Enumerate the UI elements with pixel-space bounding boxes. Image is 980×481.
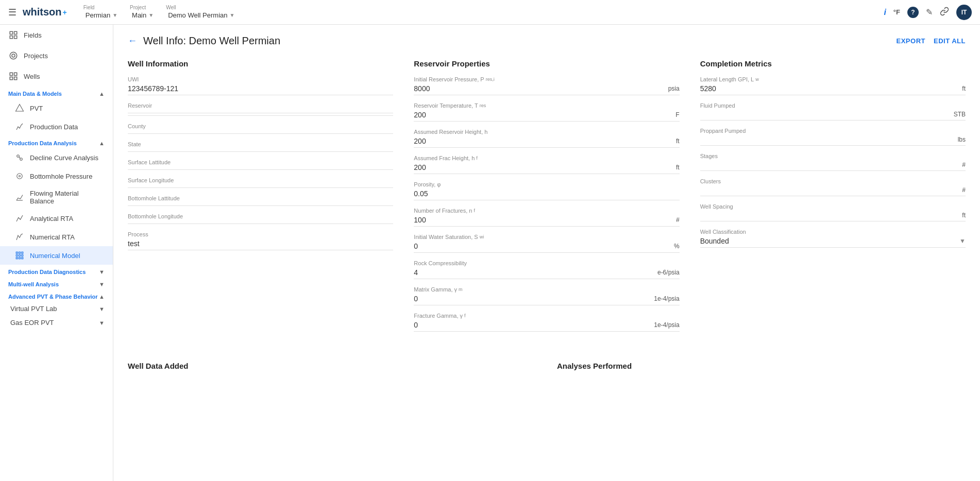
well-selector: Well Demo Well Permian ▼ xyxy=(166,5,236,20)
avatar[interactable]: IT xyxy=(956,5,972,20)
field-fluid-pumped: Fluid Pumped STB xyxy=(700,102,966,121)
temperature-icon[interactable]: °F xyxy=(893,8,900,16)
sidebar-label-analytical-rta: Analytical RTA xyxy=(30,215,73,222)
svg-rect-9 xyxy=(10,77,12,80)
field-fracture-gamma: Fracture Gamma, γf 0 1e-4/psia xyxy=(414,313,679,332)
field-process: Process test xyxy=(128,231,393,250)
projects-icon xyxy=(8,50,19,61)
field-number-fractures: Number of Fractures, nf 100 # xyxy=(414,208,679,227)
sidebar-item-numerical-model[interactable]: Numerical Model xyxy=(0,246,113,265)
bottomhole-icon xyxy=(14,171,25,181)
help-icon[interactable]: ? xyxy=(907,7,919,18)
numerical-rta-icon xyxy=(14,232,25,242)
production-data-icon xyxy=(14,122,25,132)
sidebar-label-gas-eor-pvt: Gas EOR PVT xyxy=(10,319,54,327)
sidebar-item-wells[interactable]: Wells xyxy=(0,66,113,87)
section-multi-well-analysis[interactable]: Multi-well Analysis ▼ xyxy=(0,277,113,289)
svg-point-14 xyxy=(17,174,23,179)
virtual-pvt-lab-arrow: ▼ xyxy=(99,306,105,312)
decline-curve-icon xyxy=(14,152,25,163)
sidebar-label-numerical-rta: Numerical RTA xyxy=(30,233,75,241)
field-surface-lattitude: Surface Lattitude xyxy=(128,159,393,170)
sidebar-label-pvt: PVT xyxy=(30,105,43,112)
sidebar-label-bottomhole: Bottomhole Pressure xyxy=(30,173,92,180)
sidebar-label-decline-curve: Decline Curve Analysis xyxy=(30,154,98,162)
sidebar-item-numerical-rta[interactable]: Numerical RTA xyxy=(0,228,113,246)
well-data-added-title: Well Data Added xyxy=(128,362,536,370)
svg-rect-17 xyxy=(16,252,18,253)
sidebar-item-decline-curve-analysis[interactable]: Decline Curve Analysis xyxy=(0,148,113,167)
project-dropdown[interactable]: Main ▼ xyxy=(130,10,156,20)
svg-rect-2 xyxy=(14,36,17,39)
field-well-classification: Well Classification Bounded ▼ xyxy=(700,229,966,248)
sidebar-item-bottomhole-pressure[interactable]: Bottomhole Pressure xyxy=(0,167,113,185)
sidebar: Fields Projects Wells Main Data & Models… xyxy=(0,25,113,481)
field-rock-compressibility: Rock Compressibility 4 e-6/psia xyxy=(414,260,679,279)
fmb-icon xyxy=(14,192,25,202)
field-bottomhole-longitude: Bottomhole Longitude xyxy=(128,213,393,224)
well-classification-select[interactable]: Bounded ▼ xyxy=(700,237,966,248)
section-advanced-pvt[interactable]: Advanced PVT & Phase Behavior ▲ xyxy=(0,289,113,302)
field-dropdown-arrow: ▼ xyxy=(112,12,117,18)
svg-rect-18 xyxy=(19,252,21,253)
section-production-data-analysis[interactable]: Production Data Analysis ▲ xyxy=(0,136,113,148)
svg-rect-21 xyxy=(19,255,21,256)
svg-rect-19 xyxy=(22,252,23,253)
field-well-spacing: Well Spacing ft xyxy=(700,203,966,221)
well-dropdown[interactable]: Demo Well Permian ▼ xyxy=(166,10,236,20)
sidebar-item-label-wells: Wells xyxy=(24,73,40,80)
sidebar-item-virtual-pvt-lab[interactable]: Virtual PVT Lab ▼ xyxy=(0,302,113,316)
svg-rect-7 xyxy=(14,73,17,75)
field-state: State xyxy=(128,141,393,152)
analytical-rta-icon xyxy=(14,213,25,224)
main-layout: Fields Projects Wells Main Data & Models… xyxy=(0,25,980,481)
edit-icon[interactable]: ✎ xyxy=(926,7,933,17)
hamburger-button[interactable]: ☰ xyxy=(8,7,16,18)
svg-line-13 xyxy=(19,157,20,159)
field-stages: Stages # xyxy=(700,153,966,171)
section-main-data-models[interactable]: Main Data & Models ▲ xyxy=(0,87,113,99)
link-icon[interactable] xyxy=(940,7,949,18)
sidebar-item-gas-eor-pvt[interactable]: Gas EOR PVT ▼ xyxy=(0,316,113,330)
bottom-sections: Well Data Added Analyses Performed xyxy=(128,349,966,370)
sidebar-item-fields[interactable]: Fields xyxy=(0,25,113,45)
svg-rect-1 xyxy=(14,31,17,34)
top-nav-right: i °F ? ✎ IT xyxy=(884,5,972,20)
well-information-title: Well Information xyxy=(128,59,393,68)
project-dropdown-arrow: ▼ xyxy=(148,12,154,18)
gas-eor-pvt-arrow: ▼ xyxy=(99,320,105,326)
field-selector: Field Permian ▼ xyxy=(83,5,120,20)
field-lateral-length: Lateral Length GPI, Lw 5280 ft xyxy=(700,76,966,95)
sidebar-item-projects[interactable]: Projects xyxy=(0,45,113,66)
numerical-model-icon xyxy=(14,250,25,261)
top-nav-left: ☰ whitson+ Field Permian ▼ Project Main … xyxy=(8,5,241,20)
svg-point-5 xyxy=(10,52,17,59)
field-reservoir: Reservoir xyxy=(128,102,393,116)
field-dropdown[interactable]: Permian ▼ xyxy=(83,10,120,20)
field-proppant-pumped: Proppant Pumped lbs xyxy=(700,128,966,146)
sidebar-item-analytical-rta[interactable]: Analytical RTA xyxy=(0,209,113,228)
field-uwi: UWI 123456789-121 xyxy=(128,76,393,95)
svg-rect-23 xyxy=(16,257,18,259)
top-navigation: ☰ whitson+ Field Permian ▼ Project Main … xyxy=(0,0,980,25)
sidebar-item-label-projects: Projects xyxy=(24,52,48,60)
export-button[interactable]: EXPORT xyxy=(897,37,925,45)
project-selector: Project Main ▼ xyxy=(130,5,156,20)
sidebar-label-fmb: Flowing Material Balance xyxy=(30,190,105,205)
svg-rect-8 xyxy=(14,77,17,80)
field-initial-water-saturation: Initial Water Saturation, Swi 0 % xyxy=(414,234,679,253)
sidebar-item-flowing-material-balance[interactable]: Flowing Material Balance xyxy=(0,185,113,209)
sidebar-item-production-data[interactable]: Production Data xyxy=(0,117,113,136)
sidebar-label-production-data: Production Data xyxy=(30,123,78,131)
sidebar-label-virtual-pvt-lab: Virtual PVT Lab xyxy=(10,305,57,313)
sidebar-item-pvt[interactable]: PVT xyxy=(0,99,113,117)
reservoir-properties-title: Reservoir Properties xyxy=(414,59,679,68)
sidebar-item-label-fields: Fields xyxy=(24,31,42,39)
field-matrix-gamma: Matrix Gamma, γm 0 1e-4/psia xyxy=(414,286,679,305)
field-clusters: Clusters # xyxy=(700,178,966,196)
edit-all-button[interactable]: EDIT ALL xyxy=(934,37,966,45)
section-production-data-diagnostics[interactable]: Production Data Diagnostics ▼ xyxy=(0,265,113,277)
back-button[interactable]: ← xyxy=(128,36,137,46)
field-surface-longitude: Surface Longitude xyxy=(128,177,393,188)
info-icon[interactable]: i xyxy=(884,8,886,17)
